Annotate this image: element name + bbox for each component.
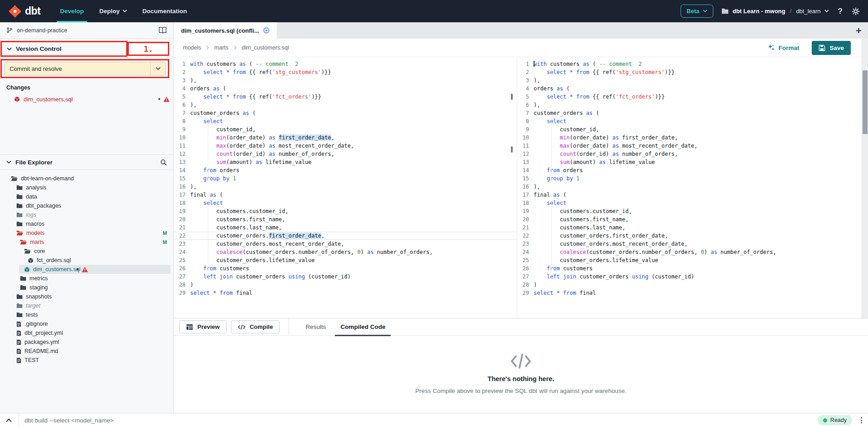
commit-options-caret[interactable]	[150, 62, 165, 75]
tree-item-models[interactable]: modelsM	[0, 228, 173, 238]
tree-item-analysis[interactable]: analysis	[0, 183, 173, 192]
code-line-16[interactable]: 16),	[517, 183, 868, 191]
preview-button[interactable]: Preview	[179, 320, 226, 333]
dbt-logo[interactable]: dbt	[0, 0, 52, 22]
code-line-7[interactable]: 7customer_orders as (	[174, 109, 517, 117]
code-line-14[interactable]: 14 from orders	[174, 166, 517, 174]
code-line-19[interactable]: 19 customers.customer_id,	[174, 207, 517, 215]
code-line-15[interactable]: 15 group by 1	[517, 174, 868, 183]
nav-documentation[interactable]: Documentation	[135, 0, 195, 22]
code-line-4[interactable]: 4orders as (	[174, 84, 517, 93]
tree-item-metrics[interactable]: metrics	[0, 274, 173, 283]
code-editor-left[interactable]: 1with customers as ( -- comment 22 selec…	[174, 57, 517, 318]
code-line-27[interactable]: 27 left join customer_orders using (cust…	[517, 273, 868, 281]
code-line-11[interactable]: 11 max(order_date) as most_recent_order_…	[174, 142, 517, 150]
project-selector[interactable]: dbt Learn - mwong / dbt_learn	[721, 8, 829, 15]
tree-item-dim_customers.sql[interactable]: dim_customers.sql	[0, 265, 173, 274]
code-line-9[interactable]: 9 customer_id,	[174, 125, 517, 134]
code-line-13[interactable]: 13 sum(amount) as lifetime_value	[174, 158, 517, 166]
code-line-4[interactable]: 4orders as (	[517, 84, 868, 93]
code-line-21[interactable]: 21 customers.last_name,	[517, 223, 868, 232]
kebab-menu-icon[interactable]	[859, 416, 863, 425]
file-explorer-header[interactable]: File Explorer	[0, 155, 173, 170]
tree-item-TEST[interactable]: TEST	[0, 356, 173, 365]
tree-item-packages.yml[interactable]: packages.yml	[0, 338, 173, 347]
scrollbar-mark[interactable]	[511, 94, 513, 100]
code-line-26[interactable]: 26 from customers	[517, 264, 868, 273]
code-line-28[interactable]: 28)	[517, 281, 868, 289]
code-line-8[interactable]: 8 select	[174, 117, 517, 125]
tree-item-marts[interactable]: martsM	[0, 238, 173, 247]
code-line-24[interactable]: 24 coalesce(customer_orders.number_of_or…	[174, 248, 517, 256]
code-line-12[interactable]: 12 count(order_id) as number_of_orders,	[174, 150, 517, 158]
save-button[interactable]: Save	[812, 41, 851, 55]
scrollbar-thumb[interactable]	[863, 70, 868, 134]
code-editor-right[interactable]: 1with customers as ( -- comment 22 selec…	[517, 57, 868, 318]
code-line-11[interactable]: 11 max(order_date) as most_recent_order_…	[517, 142, 868, 150]
settings-gear-icon[interactable]	[852, 7, 860, 15]
tab-compiled-code[interactable]: Compiled Code	[333, 318, 392, 336]
tree-item-fct_orders.sql[interactable]: fct_orders.sql	[0, 256, 173, 265]
code-line-26[interactable]: 26 from customers	[174, 264, 517, 273]
code-line-22[interactable]: 22 customer_orders.first_order_date,	[517, 232, 868, 240]
tab-results[interactable]: Results	[298, 318, 333, 336]
tree-item-tests[interactable]: tests	[0, 310, 173, 319]
code-line-19[interactable]: 19 customers.customer_id,	[517, 207, 868, 215]
code-line-16[interactable]: 16),	[174, 183, 517, 191]
code-line-25[interactable]: 25 customer_orders.lifetime_value	[517, 256, 868, 264]
code-line-6[interactable]: 6),	[517, 101, 868, 109]
code-line-27[interactable]: 27 left join customer_orders using (cust…	[174, 273, 517, 281]
tree-item-data[interactable]: data	[0, 192, 173, 201]
code-line-9[interactable]: 9 customer_id,	[517, 125, 868, 134]
nav-deploy[interactable]: Deploy	[92, 0, 135, 22]
format-button[interactable]: Format	[768, 44, 799, 51]
tree-item-dbt_packages[interactable]: dbt_packages	[0, 201, 173, 210]
scrollbar-mark[interactable]	[511, 146, 513, 153]
new-tab-button[interactable]	[849, 22, 868, 39]
code-line-21[interactable]: 21 customers.last_name,	[174, 223, 517, 232]
code-line-17[interactable]: 17final as (	[517, 191, 868, 199]
code-line-3[interactable]: 3),	[517, 76, 868, 84]
code-line-14[interactable]: 14 from orders	[517, 166, 868, 174]
tree-item-staging[interactable]: staging	[0, 283, 173, 292]
code-line-15[interactable]: 15 group by 1	[174, 174, 517, 183]
code-line-5[interactable]: 5 select * from {{ ref('fct_orders')}}	[174, 93, 517, 101]
beta-button[interactable]: Beta	[681, 5, 713, 18]
tree-item-snapshots[interactable]: snapshots	[0, 292, 173, 301]
tree-item-dbt-learn-on-demand[interactable]: dbt-learn-on-demand	[0, 174, 173, 183]
search-icon[interactable]	[160, 159, 167, 166]
code-line-8[interactable]: 8 select	[517, 117, 868, 125]
code-line-28[interactable]: 28)	[174, 281, 517, 289]
code-line-13[interactable]: 13 sum(amount) as lifetime_value	[517, 158, 868, 166]
code-line-22[interactable]: 22 customer_orders.first_order_date,	[174, 232, 517, 240]
vertical-scrollbar[interactable]	[862, 39, 868, 318]
changed-file-dim_customers.sql[interactable]: dim_customers.sql	[0, 94, 173, 104]
code-line-23[interactable]: 23 customer_orders.most_recent_order_dat…	[174, 240, 517, 248]
chevron-up-icon[interactable]	[5, 418, 12, 422]
code-line-10[interactable]: 10 min(order_date) as first_order_date,	[517, 134, 868, 142]
code-line-20[interactable]: 20 customers.first_name,	[517, 215, 868, 223]
code-line-3[interactable]: 3),	[174, 76, 517, 84]
code-line-6[interactable]: 6),	[174, 101, 517, 109]
tree-item-dbt_project.yml[interactable]: dbt_project.yml	[0, 328, 173, 338]
editor-tab-dim-customers[interactable]: dim_customers.sql (confli...	[174, 22, 277, 39]
docs-book-icon[interactable]	[158, 27, 167, 34]
breadcrumb-item-models[interactable]: models	[183, 45, 201, 51]
git-branch-row[interactable]: on-demand-practice	[0, 22, 173, 39]
code-line-23[interactable]: 23 customer_orders.most_recent_order_dat…	[517, 240, 868, 248]
code-line-17[interactable]: 17final as (	[174, 191, 517, 199]
dbt-command-input[interactable]	[25, 417, 818, 424]
commit-and-resolve-button[interactable]: Commit and resolve	[4, 62, 166, 75]
nav-develop[interactable]: Develop	[52, 0, 92, 22]
compile-button[interactable]: Compile	[231, 320, 280, 333]
tree-item-macros[interactable]: macros	[0, 219, 173, 228]
tree-item-target[interactable]: target	[0, 301, 173, 310]
tree-item-.gitignore[interactable]: .gitignore	[0, 319, 173, 328]
code-line-1[interactable]: 1with customers as ( -- comment 2	[517, 60, 868, 68]
tree-item-logs[interactable]: logs	[0, 210, 173, 219]
code-line-29[interactable]: 29select * from final	[517, 289, 868, 297]
code-line-10[interactable]: 10 min(order_date) as first_order_date,	[174, 134, 517, 142]
code-line-25[interactable]: 25 customer_orders.lifetime_value	[174, 256, 517, 264]
code-line-7[interactable]: 7customer_orders as (	[517, 109, 868, 117]
code-line-18[interactable]: 18 select	[517, 199, 868, 207]
